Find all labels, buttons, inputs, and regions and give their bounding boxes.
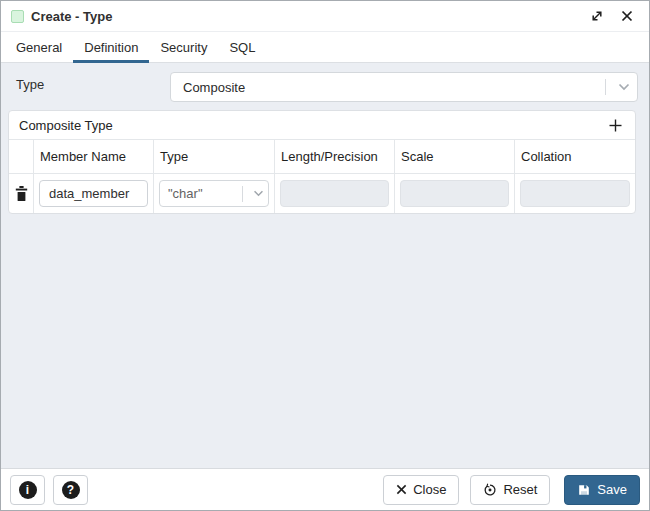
grid-header-member-name: Member Name (34, 140, 154, 173)
expand-icon[interactable] (585, 4, 609, 28)
dialog-title: Create - Type (31, 9, 112, 24)
composite-type-title: Composite Type (19, 118, 113, 133)
reset-icon (483, 483, 497, 497)
scale-input (400, 180, 509, 207)
save-icon (577, 483, 591, 497)
select-divider (242, 186, 243, 202)
definition-tab-content: Type Composite Composite Type (1, 63, 649, 468)
tab-definition[interactable]: Definition (73, 32, 149, 63)
type-field-label: Type (16, 77, 44, 92)
grid-column-headers: Member Name Type Length/Precision Scale … (9, 139, 635, 173)
question-icon: ? (62, 481, 80, 499)
tab-security[interactable]: Security (149, 32, 218, 63)
create-type-dialog: Create - Type General Definition Securit… (0, 0, 650, 511)
member-name-cell (34, 174, 154, 213)
chevron-down-icon[interactable] (611, 83, 637, 91)
info-icon: i (19, 481, 37, 499)
scale-cell (395, 174, 515, 213)
type-icon (11, 10, 24, 23)
member-type-cell: "char" (154, 174, 275, 213)
close-button-label: Close (413, 482, 446, 497)
member-type-value: "char" (168, 186, 242, 201)
save-button-label: Save (597, 482, 627, 497)
tab-bar: General Definition Security SQL (1, 32, 649, 63)
grid-header-actions (9, 140, 34, 173)
select-divider (605, 79, 606, 95)
row-actions-cell (9, 174, 34, 213)
close-x-icon (396, 484, 407, 495)
close-button[interactable]: Close (383, 475, 459, 505)
sql-info-button[interactable]: i (10, 475, 45, 505)
length-precision-input (280, 180, 389, 207)
member-name-input[interactable] (39, 180, 148, 207)
save-button[interactable]: Save (564, 475, 640, 505)
table-row: "char" (9, 173, 635, 213)
reset-button[interactable]: Reset (470, 475, 550, 505)
footer-bar: i ? Close Reset (1, 468, 649, 510)
reset-button-label: Reset (503, 482, 537, 497)
type-select[interactable]: Composite (170, 72, 638, 102)
grid-header-scale: Scale (395, 140, 515, 173)
grid-header-collation: Collation (515, 140, 635, 173)
chevron-down-icon[interactable] (248, 190, 268, 197)
tab-sql[interactable]: SQL (218, 32, 266, 63)
grid-header-length-precision: Length/Precision (275, 140, 395, 173)
grid-header-type: Type (154, 140, 275, 173)
help-button[interactable]: ? (53, 475, 88, 505)
title-bar: Create - Type (1, 1, 649, 32)
add-icon[interactable] (603, 114, 627, 136)
close-icon[interactable] (615, 4, 639, 28)
composite-type-header: Composite Type (9, 111, 635, 139)
type-select-value: Composite (183, 80, 605, 95)
length-precision-cell (275, 174, 395, 213)
tab-general[interactable]: General (5, 32, 73, 63)
trash-icon[interactable] (9, 174, 33, 213)
collation-input (520, 180, 630, 207)
collation-cell (515, 174, 635, 213)
composite-type-panel: Composite Type Member Name Type Length/P… (8, 110, 636, 214)
member-type-select[interactable]: "char" (159, 180, 269, 207)
